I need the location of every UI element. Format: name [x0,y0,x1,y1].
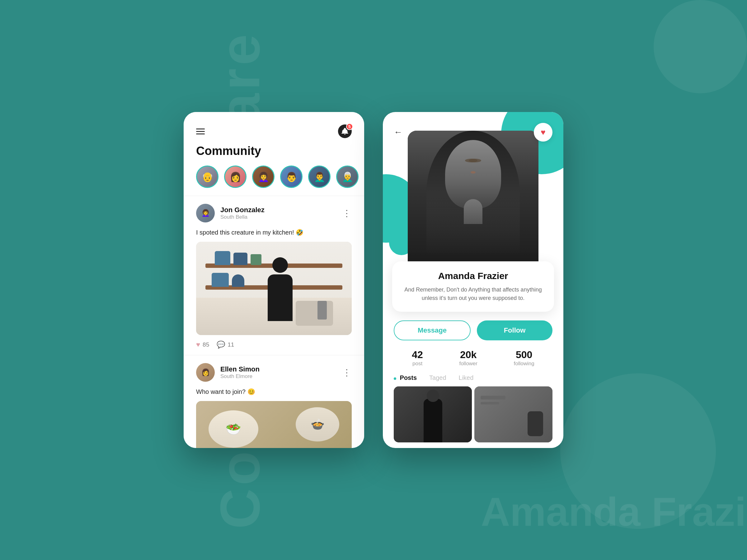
post-avatar-2: 👩 [196,363,215,382]
post-avatar-1: 👩‍🦱 [196,204,215,222]
portrait-face [445,140,501,209]
story-avatar-1[interactable]: 👴 [196,165,218,188]
stat-following-label: following [514,361,535,367]
post-user-info-1: Jon Gonzalez South Bella [221,206,342,220]
post-card-1: 👩‍🦱 Jon Gonzalez South Bella ⋮ I spoted … [184,196,364,355]
community-screen: 5 Community 👴 👩 👩‍🦱 👨 👨‍🦱 👨‍🦳 [184,112,364,448]
story-avatar-3[interactable]: 👩‍🦱 [252,165,275,188]
post-header-2: 👩 Ellen Simon South Elmore ⋮ [196,363,352,382]
more-icon-1[interactable]: ⋮ [342,208,352,218]
post-text-1: I spoted this creature in my kitchen! 🤣 [196,228,352,237]
likes-number-1: 85 [203,341,209,348]
more-icon-2[interactable]: ⋮ [342,367,352,378]
community-title: Community [184,144,364,165]
message-button[interactable]: Message [394,320,471,340]
profile-name: Amanda Frazier [403,271,543,281]
screens-container: 5 Community 👴 👩 👩‍🦱 👨 👨‍🦱 👨‍🦳 [184,112,563,448]
notification-badge: 5 [346,123,353,130]
stat-following-number: 500 [514,349,535,361]
menu-icon[interactable] [196,129,205,134]
post-text-2: Who want to join? 😊 [196,387,352,396]
stories-row: 👴 👩 👩‍🦱 👨 👨‍🦱 👨‍🦳 [184,165,364,196]
grid-photo-1[interactable] [394,386,472,443]
tab-posts-label: Posts [400,374,417,381]
follow-button[interactable]: Follow [477,320,552,340]
stat-followers: 20k follower [459,349,478,367]
grid-photo-2[interactable] [474,386,552,443]
action-buttons: Message Follow [383,312,563,340]
stat-posts-label: post [412,361,423,367]
stat-posts-number: 42 [412,349,423,361]
tab-taged-label: Taged [429,374,446,381]
story-avatar-6[interactable]: 👨‍🦳 [336,165,359,188]
post-username-2: Ellen Simon [221,365,342,373]
profile-tabs: Posts Taged Liked [383,367,563,386]
story-avatar-4[interactable]: 👨 [280,165,303,188]
story-avatar-2[interactable]: 👩 [224,165,247,188]
stat-followers-number: 20k [459,349,478,361]
post-header-1: 👩‍🦱 Jon Gonzalez South Bella ⋮ [196,204,352,222]
comment-icon: 💬 [216,341,225,349]
tab-taged[interactable]: Taged [429,374,446,381]
post-username-1: Jon Gonzalez [221,206,342,214]
likes-count-1[interactable]: ♥ 85 [196,341,209,349]
favorite-button[interactable]: ♥ [534,123,552,141]
profile-bio: And Remember, Don't do Anything that aff… [403,286,543,302]
notification-icon[interactable]: 5 [338,125,352,138]
bg-circle-top-right [654,0,747,93]
stat-followers-label: follower [459,361,478,367]
post-image-1 [196,242,352,335]
post-location-2: South Elmore [221,373,342,379]
heart-icon: ♥ [196,341,200,349]
post-location-1: South Bella [221,214,342,220]
tab-posts[interactable]: Posts [394,374,417,381]
bg-text-right: Amanda Frazier [481,488,747,535]
post-card-2: 👩 Ellen Simon South Elmore ⋮ Who want to… [184,355,364,448]
photo-grid [383,386,563,443]
comments-count-1[interactable]: 💬 11 [216,341,234,349]
comments-number-1: 11 [228,341,234,348]
post-actions-1: ♥ 85 💬 11 [196,335,352,355]
profile-photo [408,131,538,274]
profile-card: Amanda Frazier And Remember, Don't do An… [392,261,554,312]
food-image: 🥗 🍲 🍯 [196,401,352,448]
back-button[interactable]: ← [394,127,403,137]
heart-red-icon: ♥ [541,128,545,137]
left-header: 5 [184,112,364,144]
post-user-info-2: Ellen Simon South Elmore [221,365,342,379]
profile-header: ← ♥ [383,112,563,141]
profile-screen: ← ♥ Amanda Frazier [383,112,563,448]
story-avatar-5[interactable]: 👨‍🦱 [308,165,331,188]
tab-liked[interactable]: Liked [459,374,474,381]
kitchen-scene [196,242,352,335]
tab-active-dot [394,377,396,380]
stats-row: 42 post 20k follower 500 following [383,340,563,367]
portrait-bg [408,131,538,274]
stat-posts: 42 post [412,349,423,367]
stat-following: 500 following [514,349,535,367]
tab-liked-label: Liked [459,374,474,381]
